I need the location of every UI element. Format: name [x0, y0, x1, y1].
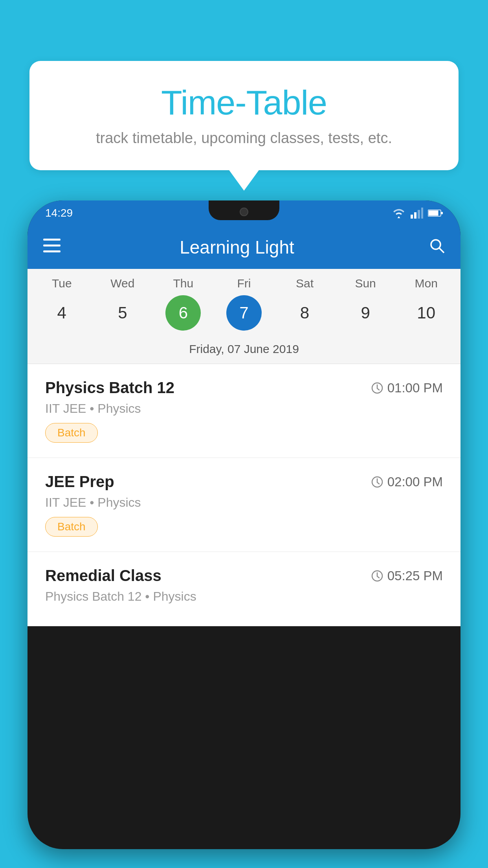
day-header-sun: Sun [338, 277, 393, 290]
schedule-item-1-batch-tag: Batch [45, 423, 98, 443]
day-number-9[interactable]: 9 [338, 294, 393, 331]
day-header-thu: Thu [156, 277, 211, 290]
day-cell-7[interactable]: 7 [216, 294, 272, 331]
status-time: 14:29 [45, 207, 73, 219]
wifi-icon [392, 208, 406, 219]
svg-rect-6 [441, 212, 443, 214]
day-number-4[interactable]: 4 [34, 294, 89, 331]
clock-icon-1 [371, 382, 383, 394]
day-number-6-today[interactable]: 6 [165, 295, 201, 331]
signal-icon [411, 208, 423, 219]
day-header-tue: Tue [34, 277, 89, 290]
schedule-item-1[interactable]: Physics Batch 12 01:00 PM IIT JEE • Phys… [28, 364, 460, 458]
day-header-fri: Fri [216, 277, 272, 290]
day-number-8[interactable]: 8 [277, 294, 332, 331]
svg-rect-2 [418, 210, 420, 219]
phone-screen: 14:29 [28, 200, 460, 849]
schedule-item-3-title: Remedial Class [45, 567, 161, 585]
schedule-item-2-time: 02:00 PM [371, 474, 443, 489]
speech-bubble: Time-Table track timetable, upcoming cla… [29, 61, 459, 170]
schedule-item-2-header: JEE Prep 02:00 PM [45, 473, 443, 491]
schedule-item-2-title: JEE Prep [45, 473, 114, 491]
day-cell-4[interactable]: 4 [34, 294, 89, 331]
schedule-item-1-meta: IIT JEE • Physics [45, 401, 443, 416]
bubble-title: Time-Table [53, 83, 435, 123]
day-number-7-selected[interactable]: 7 [226, 295, 262, 331]
day-numbers: 4 5 6 7 8 9 [28, 294, 460, 331]
schedule-item-1-title: Physics Batch 12 [45, 379, 174, 397]
status-icons [392, 208, 443, 219]
schedule-item-3[interactable]: Remedial Class 05:25 PM Physics Batch 12… [28, 552, 460, 626]
app-bar-title: Learning Light [45, 237, 429, 258]
svg-rect-3 [421, 208, 423, 219]
day-cell-8[interactable]: 8 [277, 294, 332, 331]
clock-icon-2 [371, 476, 383, 488]
selected-date-label: Friday, 07 June 2019 [28, 338, 460, 364]
calendar-strip: Tue Wed Thu Fri Sat Sun Mon 4 5 [28, 269, 460, 364]
schedule-item-3-meta: Physics Batch 12 • Physics [45, 589, 443, 604]
day-header-sat: Sat [277, 277, 332, 290]
schedule-item-2-meta: IIT JEE • Physics [45, 495, 443, 510]
day-headers: Tue Wed Thu Fri Sat Sun Mon [28, 277, 460, 290]
schedule-list: Physics Batch 12 01:00 PM IIT JEE • Phys… [28, 364, 460, 626]
phone-wrapper: 14:29 [28, 200, 460, 868]
day-cell-9[interactable]: 9 [338, 294, 393, 331]
schedule-item-1-time: 01:00 PM [371, 381, 443, 395]
day-header-mon: Mon [399, 277, 454, 290]
schedule-item-3-time: 05:25 PM [371, 568, 443, 583]
app-bar: Learning Light [28, 226, 460, 269]
day-cell-5[interactable]: 5 [95, 294, 150, 331]
search-icon[interactable] [429, 238, 445, 257]
schedule-item-2-batch-tag: Batch [45, 517, 98, 537]
camera-icon [240, 208, 248, 216]
clock-icon-3 [371, 570, 383, 582]
day-number-5[interactable]: 5 [95, 294, 150, 331]
phone-frame: 14:29 [28, 200, 460, 849]
day-number-10[interactable]: 10 [399, 294, 454, 331]
day-header-wed: Wed [95, 277, 150, 290]
svg-rect-5 [429, 211, 438, 216]
schedule-item-1-header: Physics Batch 12 01:00 PM [45, 379, 443, 397]
schedule-item-3-header: Remedial Class 05:25 PM [45, 567, 443, 585]
notch [209, 200, 279, 220]
day-cell-10[interactable]: 10 [399, 294, 454, 331]
svg-line-11 [439, 248, 444, 253]
svg-rect-1 [414, 212, 416, 219]
schedule-item-2[interactable]: JEE Prep 02:00 PM IIT JEE • Physics Batc… [28, 458, 460, 552]
svg-rect-0 [411, 215, 413, 219]
battery-icon [428, 209, 443, 217]
bubble-subtitle: track timetable, upcoming classes, tests… [53, 130, 435, 147]
day-cell-6[interactable]: 6 [156, 294, 211, 331]
svg-point-10 [431, 240, 440, 249]
